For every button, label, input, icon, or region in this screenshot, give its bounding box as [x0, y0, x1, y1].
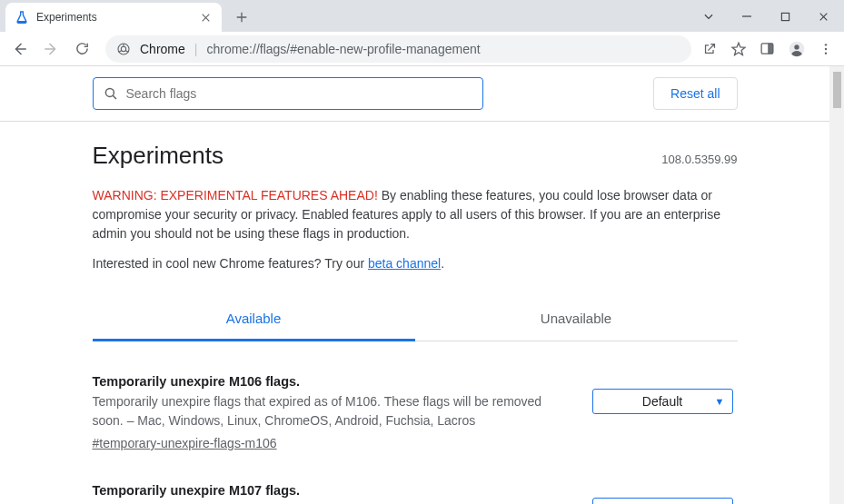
- flag-select[interactable]: Default ▼: [592, 498, 733, 504]
- svg-point-10: [105, 88, 114, 96]
- share-icon[interactable]: [702, 41, 718, 56]
- flask-icon: [15, 10, 29, 25]
- flag-title: Temporarily unexpire M107 flags.: [93, 483, 571, 498]
- tab-title: Experiments: [36, 11, 198, 24]
- chevron-down-icon: ▼: [715, 396, 725, 407]
- window-controls: [700, 10, 844, 32]
- scrollbar-thumb[interactable]: [833, 72, 841, 108]
- maximize-icon[interactable]: [777, 12, 793, 22]
- address-bar[interactable]: Chrome | chrome://flags/#enable-new-prof…: [105, 35, 691, 63]
- reload-button[interactable]: [69, 36, 94, 62]
- flag-select[interactable]: Default ▼: [592, 389, 733, 414]
- url-text: chrome://flags/#enable-new-profile-manag…: [206, 42, 480, 56]
- tab-available[interactable]: Available: [93, 298, 415, 341]
- url-divider: |: [194, 42, 198, 56]
- bookmark-icon[interactable]: [730, 41, 747, 57]
- beta-prompt: Interested in cool new Chrome features? …: [93, 256, 738, 271]
- flag-tabs: Available Unavailable: [93, 298, 738, 341]
- scrollbar[interactable]: [829, 66, 844, 504]
- reset-all-button[interactable]: Reset all: [653, 77, 737, 110]
- forward-button[interactable]: [38, 36, 64, 62]
- svg-rect-4: [769, 44, 773, 54]
- flag-permalink[interactable]: #temporary-unexpire-flags-m106: [93, 436, 277, 450]
- beta-channel-link[interactable]: beta channel: [368, 256, 441, 271]
- svg-rect-0: [781, 13, 789, 20]
- warning-text: WARNING: EXPERIMENTAL FEATURES AHEAD! By…: [93, 186, 738, 243]
- search-flags-box[interactable]: [93, 77, 483, 110]
- chrome-page-icon: [116, 42, 131, 56]
- flag-title: Temporarily unexpire M106 flags.: [93, 374, 571, 389]
- browser-toolbar: Chrome | chrome://flags/#enable-new-prof…: [0, 32, 844, 66]
- search-input[interactable]: [126, 86, 473, 101]
- tab-unavailable[interactable]: Unavailable: [415, 298, 738, 341]
- search-header: Reset all: [0, 66, 829, 122]
- profile-icon[interactable]: [788, 40, 806, 58]
- version-label: 108.0.5359.99: [661, 153, 737, 166]
- search-icon: [103, 85, 119, 102]
- back-button[interactable]: [7, 36, 33, 62]
- kebab-menu-icon[interactable]: [819, 42, 833, 56]
- minimize-icon[interactable]: [739, 11, 755, 22]
- svg-point-9: [825, 52, 827, 54]
- svg-point-6: [794, 44, 799, 49]
- svg-point-8: [825, 47, 827, 49]
- warning-label: WARNING: EXPERIMENTAL FEATURES AHEAD!: [93, 188, 378, 203]
- svg-point-2: [121, 46, 125, 51]
- side-panel-icon[interactable]: [760, 41, 775, 56]
- page-title: Experiments: [93, 142, 224, 170]
- close-window-icon[interactable]: [815, 11, 831, 23]
- flag-row: Temporarily unexpire M106 flags. Tempora…: [93, 341, 738, 450]
- flag-select-value: Default: [642, 394, 682, 409]
- browser-tab[interactable]: Experiments: [5, 3, 222, 32]
- svg-point-7: [825, 44, 827, 45]
- flag-description: Temporarily unexpire flags that expired …: [93, 392, 571, 430]
- titlebar: Experiments: [0, 0, 844, 32]
- chevron-down-icon[interactable]: [700, 10, 717, 23]
- url-scheme-label: Chrome: [140, 42, 185, 56]
- page-content: Reset all Experiments 108.0.5359.99 WARN…: [0, 66, 844, 504]
- flag-row: Temporarily unexpire M107 flags. Tempora…: [93, 450, 738, 504]
- new-tab-button[interactable]: [229, 5, 254, 30]
- close-tab-icon[interactable]: [198, 10, 213, 25]
